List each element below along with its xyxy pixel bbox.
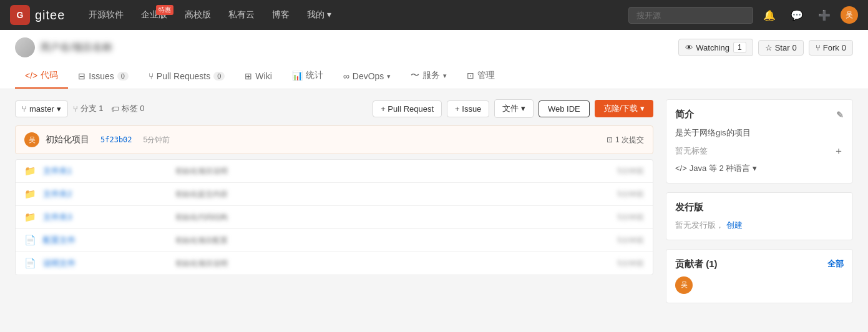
tab-services[interactable]: 〜 服务 ▾	[401, 64, 457, 89]
intro-text: 是关于网络gis的项目	[675, 127, 844, 140]
repo-name[interactable]: 用户名/项目名称	[40, 41, 112, 54]
contributor-avatar[interactable]: 吴	[675, 276, 693, 294]
branch-icon: ⑂	[22, 104, 27, 114]
file-table: 📁 文件夹1 初始化项目说明 5分钟前 📁 文件夹2 初始化提交内容 5分钟前 …	[15, 159, 653, 275]
table-row: 📄 配置文件 初始化项目配置 5分钟前	[16, 229, 653, 252]
nav-blog[interactable]: 博客	[263, 0, 298, 30]
nav-university[interactable]: 高校版	[176, 0, 220, 30]
commit-count-icon: ⊡	[607, 135, 613, 144]
repo-title-row: 用户名/项目名称 👁 Watching 1 ☆ Star 0 ⑂ Fork 0	[15, 37, 853, 64]
tab-manage[interactable]: ⊡ 管理	[457, 64, 505, 89]
file-icon: 📄	[24, 258, 36, 269]
commit-row: 吴 初始化项目 5f23b02 5分钟前 ⊡ 1 次提交	[15, 125, 653, 154]
sidebar-intro-title: 简介 ✎	[675, 109, 844, 120]
manage-icon: ⊡	[467, 71, 474, 81]
table-row: 📄 说明文件 初始化项目说明 5分钟前	[16, 252, 653, 275]
logo-text: gitee	[35, 8, 65, 22]
star-icon: ☆	[765, 43, 773, 52]
webide-button[interactable]: Web IDE	[539, 100, 590, 117]
branches-count[interactable]: ⑂ 分支 1	[73, 103, 104, 114]
table-row: 📁 文件夹3 初始化代码结构 5分钟前	[16, 206, 653, 229]
chevron-down-icon: ▾	[57, 104, 61, 114]
tags-row: 暂无标签 ＋	[675, 145, 844, 158]
add-tag-icon[interactable]: ＋	[834, 145, 844, 158]
file-message: 初始化项目说明	[175, 166, 562, 177]
search-input[interactable]	[628, 7, 753, 24]
issue-button[interactable]: + Issue	[447, 100, 489, 117]
branch-selector[interactable]: ⑂ master ▾	[15, 100, 68, 117]
release-empty: 暂无发行版，	[675, 220, 724, 230]
file-message: 初始化代码结构	[175, 212, 562, 223]
repo-main: ⑂ master ▾ ⑂ 分支 1 🏷 标签 0 + Pull Request	[15, 99, 653, 312]
file-message: 初始化提交内容	[175, 189, 562, 200]
tags-empty: 暂无标签	[675, 145, 708, 157]
clone-button[interactable]: 克隆/下载 ▾	[595, 100, 653, 117]
file-time: 5分钟前	[569, 212, 644, 223]
sidebar-intro: 简介 ✎ 是关于网络gis的项目 暂无标签 ＋ </> Java 等 2 种语言…	[666, 99, 853, 183]
create-release-link[interactable]: 创建	[726, 220, 743, 230]
commit-message[interactable]: 初始化项目	[46, 134, 89, 145]
edit-icon[interactable]: ✎	[836, 110, 844, 120]
tab-code[interactable]: </> 代码	[15, 64, 68, 89]
bell-icon[interactable]: 🔔	[758, 9, 781, 21]
file-name[interactable]: 配置文件	[43, 235, 168, 246]
tags-count[interactable]: 🏷 标签 0	[111, 103, 145, 114]
lang-text[interactable]: </> Java 等 2 种语言 ▾	[675, 163, 844, 174]
sidebar-release-title: 发行版	[675, 202, 844, 213]
tab-pullrequests[interactable]: ⑂ Pull Requests 0	[139, 65, 235, 89]
fork-button[interactable]: ⑂ Fork 0	[809, 40, 853, 56]
code-icon: </>	[25, 71, 37, 81]
star-button[interactable]: ☆ Star 0	[758, 40, 804, 56]
topnav-right: 🔔 💬 ➕ 吴	[628, 6, 858, 24]
commit-hash[interactable]: 5f23b02	[100, 135, 132, 144]
user-avatar[interactable]: 吴	[841, 6, 858, 24]
repo-tabs: </> 代码 ⊟ Issues 0 ⑂ Pull Requests 0 ⊞ Wi…	[15, 64, 853, 89]
star-count: 0	[792, 43, 797, 52]
file-name[interactable]: 说明文件	[43, 258, 168, 269]
logo[interactable]: G gitee	[10, 5, 65, 25]
sidebar-releases: 发行版 暂无发行版， 创建	[666, 192, 853, 240]
devops-arrow: ▾	[387, 72, 391, 81]
branch-bar: ⑂ master ▾ ⑂ 分支 1 🏷 标签 0 + Pull Request	[15, 99, 653, 118]
table-row: 📁 文件夹1 初始化项目说明 5分钟前	[16, 160, 653, 183]
pull-request-button[interactable]: + Pull Request	[373, 100, 442, 117]
tab-devops[interactable]: ∞ DevOps ▾	[333, 65, 401, 89]
issues-icon: ⊟	[78, 71, 85, 81]
eye-icon: 👁	[685, 43, 693, 52]
repo-owner-avatar	[15, 37, 35, 57]
contributor-title: 贡献者 (1)	[675, 258, 718, 270]
tab-wiki[interactable]: ⊞ Wiki	[235, 65, 281, 89]
commit-right: ⊡ 1 次提交	[607, 135, 644, 145]
file-name[interactable]: 文件夹3	[43, 212, 168, 223]
repo-header: 用户名/项目名称 👁 Watching 1 ☆ Star 0 ⑂ Fork 0 …	[0, 30, 868, 89]
folder-icon: 📁	[24, 188, 36, 200]
plus-icon[interactable]: ➕	[813, 9, 836, 21]
logo-icon: G	[10, 5, 30, 25]
services-arrow: ▾	[443, 72, 447, 80]
issues-badge: 0	[117, 72, 129, 81]
branch-meta: ⑂ 分支 1 🏷 标签 0	[73, 103, 145, 114]
file-name[interactable]: 文件夹2	[43, 188, 168, 200]
tab-stats[interactable]: 📊 统计	[282, 64, 333, 89]
file-button[interactable]: 文件 ▾	[494, 99, 534, 118]
fork-count: 0	[842, 43, 846, 52]
services-icon: 〜	[411, 70, 419, 81]
watch-button[interactable]: 👁 Watching 1	[678, 39, 753, 56]
nav-private-cloud[interactable]: 私有云	[220, 0, 263, 30]
lang-row: </> Java 等 2 种语言 ▾	[675, 163, 844, 174]
tab-issues[interactable]: ⊟ Issues 0	[68, 65, 139, 89]
repo-sidebar: 简介 ✎ 是关于网络gis的项目 暂无标签 ＋ </> Java 等 2 种语言…	[666, 99, 853, 312]
file-message: 初始化项目说明	[175, 258, 562, 269]
contributor-all-link[interactable]: 全部	[827, 258, 844, 270]
nav-enterprise[interactable]: 企业版 特惠	[132, 0, 176, 30]
file-time: 5分钟前	[569, 258, 644, 269]
tag-icon: 🏷	[111, 104, 119, 114]
nav-mine[interactable]: 我的 ▾	[298, 0, 340, 30]
message-icon[interactable]: 💬	[786, 9, 808, 21]
file-name[interactable]: 文件夹1	[43, 165, 168, 177]
repo-action-buttons: 👁 Watching 1 ☆ Star 0 ⑂ Fork 0	[678, 39, 853, 56]
commit-count[interactable]: 1 次提交	[615, 135, 644, 145]
devops-icon: ∞	[343, 71, 349, 81]
nav-open-source[interactable]: 开源软件	[80, 0, 132, 30]
folder-icon: 📁	[24, 212, 36, 223]
